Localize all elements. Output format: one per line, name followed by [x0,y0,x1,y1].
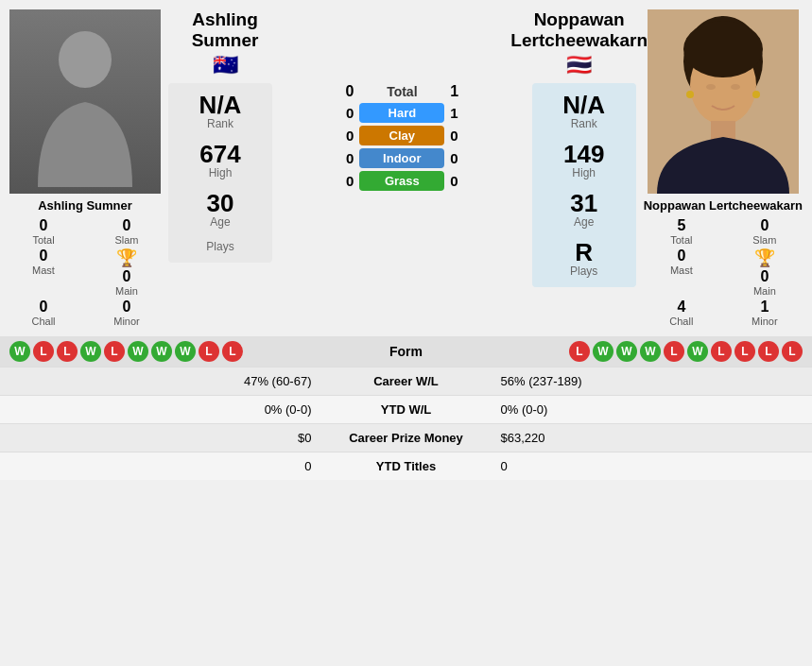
ytd-wl-row: 0% (0-0) YTD W/L 0% (0-0) [0,395,812,423]
left-name-block: Ashling Sumner 🇦🇺 [168,9,282,77]
left-ytd-wl: 0% (0-0) [9,402,321,417]
left-hard-score: 0 [320,105,354,121]
score-and-stats: N/A Rank 674 High 30 Age Plays [168,83,636,287]
left-player-name: Ashling Sumner [38,198,132,213]
form-section: W L L W L W W W L L Form L W W W L W L L… [0,336,812,367]
score-row-grass: 0 Grass 0 [280,171,525,191]
right-total-stat: 5 Total [648,217,716,246]
left-mast-stat: 0 Mast [9,248,78,297]
left-player-name-header: Ashling Sumner [168,9,282,51]
right-age-stat: 31 Age [546,191,622,229]
left-prize-money: $0 [9,431,321,445]
right-form-7: L [711,341,732,362]
svg-point-8 [686,91,694,98]
left-stats-box: N/A Rank 674 High 30 Age Plays [168,83,272,263]
svg-point-7 [731,84,740,90]
career-wl-label: Career W/L [321,374,492,388]
right-stats-grid: 5 Total 0 Slam 0 Mast 🏆 0 Main 4 [648,217,799,327]
grass-label: Grass [359,171,444,191]
right-career-wl: 56% (237-189) [492,374,803,388]
left-clay-score: 0 [320,128,354,144]
right-name-block: Noppawan Lertcheewakarn 🇹🇭 [523,9,636,77]
center-block: Ashling Sumner 🇦🇺 Noppawan Lertcheewakar… [168,9,636,287]
left-form-7: W [151,341,172,362]
left-stats-grid: 0 Total 0 Slam 0 Mast 🏆 0 Main 0 [9,217,161,327]
clay-label: Clay [359,126,444,145]
top-names: Ashling Sumner 🇦🇺 Noppawan Lertcheewakar… [168,9,636,77]
right-hard-score: 1 [450,105,483,121]
right-indoor-score: 0 [450,150,483,166]
score-row-total: 0 Total 1 [280,83,525,100]
left-age-stat: 30 Age [182,191,258,229]
left-form-4: W [80,341,101,362]
right-ytd-titles: 0 [492,459,803,473]
prize-money-row: $0 Career Prize Money $63,220 [0,423,812,452]
players-section: Ashling Sumner 0 Total 0 Slam 0 Mast 🏆 0 [0,0,812,336]
left-form-badges: W L L W L W W W L L [9,341,350,362]
left-form-10: L [222,341,243,362]
right-minor-stat: 1 Minor [731,299,799,327]
left-total-score: 0 [320,83,354,100]
hard-label: Hard [359,103,444,123]
left-form-6: W [128,341,148,362]
score-row-indoor: 0 Indoor 0 [280,148,525,168]
prize-money-label: Career Prize Money [321,431,492,445]
ytd-titles-label: YTD Titles [321,459,492,473]
right-player-name: Noppawan Lertcheewakarn [644,198,803,213]
svg-point-0 [59,31,112,88]
left-indoor-score: 0 [320,150,354,166]
left-form-8: W [175,341,196,362]
right-grass-score: 0 [450,173,483,189]
left-total-stat: 0 Total [9,217,78,246]
career-wl-row: 47% (60-67) Career W/L 56% (237-189) [0,367,812,395]
right-chall-stat: 4 Chall [648,299,716,327]
right-form-10: L [782,341,803,362]
right-form-badges: L W W W L W L L L L [463,341,803,362]
main-container: Ashling Sumner 0 Total 0 Slam 0 Mast 🏆 0 [0,0,812,480]
ytd-wl-label: YTD W/L [321,402,492,417]
right-high-stat: 149 High [546,142,622,179]
right-player-name-header: Noppawan Lertcheewakarn [510,9,648,51]
trophy-icon-left: 🏆 [116,248,137,268]
right-form-9: L [758,341,779,362]
left-player-flag: 🇦🇺 [213,53,238,77]
total-label: Total [359,84,444,99]
left-form-3: L [57,341,78,362]
right-clay-score: 0 [450,128,483,144]
right-stats-box: N/A Rank 149 High 31 Age R Plays [532,83,636,287]
score-row-hard: 0 Hard 1 [280,103,525,123]
score-column: 0 Total 1 0 Hard 1 0 Clay 0 [280,83,525,191]
right-ytd-wl: 0% (0-0) [492,402,803,417]
left-grass-score: 0 [320,173,354,189]
right-plays-stat: R Plays [546,240,622,278]
right-player-photo [648,9,799,194]
left-form-1: W [9,341,30,362]
left-form-2: L [33,341,54,362]
form-label: Form [350,344,463,359]
left-high-stat: 674 High [182,142,258,179]
left-main-trophy: 🏆 0 Main [93,248,161,297]
left-minor-stat: 0 Minor [93,299,161,327]
right-form-8: L [734,341,755,362]
left-form-5: L [104,341,125,362]
svg-point-9 [752,91,760,98]
svg-point-4 [683,21,763,77]
right-rank-stat: N/A Rank [546,93,622,130]
left-slam-stat: 0 Slam [93,217,161,246]
right-mast-stat: 0 Mast [648,248,716,297]
data-rows-container: 47% (60-67) Career W/L 56% (237-189) 0% … [0,367,812,480]
left-player-block: Ashling Sumner 0 Total 0 Slam 0 Mast 🏆 0 [9,9,161,327]
svg-point-6 [706,84,716,90]
right-player-flag: 🇹🇭 [566,53,592,77]
right-form-1: L [569,341,590,362]
left-career-wl: 47% (60-67) [9,374,321,388]
score-row-clay: 0 Clay 0 [280,126,525,145]
right-form-5: L [664,341,684,362]
right-prize-money: $63,220 [492,431,803,445]
left-ytd-titles: 0 [9,459,321,473]
left-plays-stat: Plays [182,240,258,253]
right-main-trophy: 🏆 0 Main [731,248,799,297]
left-rank-stat: N/A Rank [182,93,258,130]
indoor-label: Indoor [359,148,444,168]
right-player-block: Noppawan Lertcheewakarn 5 Total 0 Slam 0… [644,9,803,327]
